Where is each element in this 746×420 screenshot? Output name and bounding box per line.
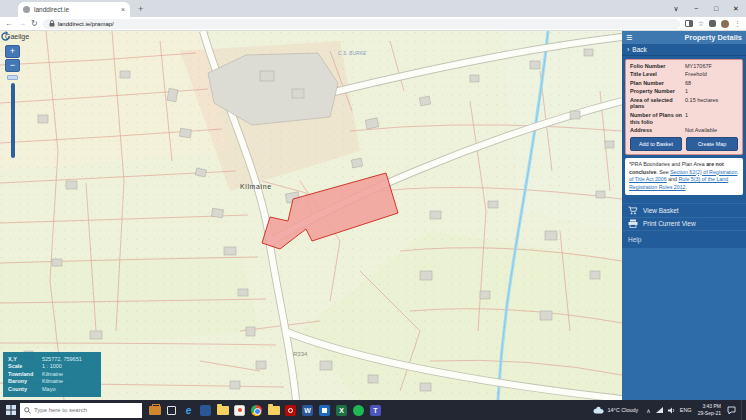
map-canvas[interactable]: Kilmaine R334 C.S. BURKE Gaeilge + − X,Y…: [0, 31, 622, 400]
info-row: Barony Kilmaine: [8, 378, 96, 384]
clock-time: 3:43 PM: [698, 403, 721, 410]
refresh-icon[interactable]: [0, 31, 11, 42]
app-window-icon[interactable]: [231, 400, 248, 420]
start-button[interactable]: [2, 400, 20, 420]
cloud-icon: [593, 406, 604, 414]
map-info-box: X,Y 525772, 759651 Scale 1 : 1000 Townla…: [3, 352, 101, 398]
spotify-icon[interactable]: [350, 400, 367, 420]
site-favicon: [23, 6, 30, 13]
detail-row: Folio Number MY17067F: [630, 63, 738, 70]
info-row: Townland Kilmaine: [8, 371, 96, 377]
extension-icon[interactable]: [709, 20, 716, 27]
action-center-icon[interactable]: [727, 406, 736, 415]
browser-tab-strip: landdirect.ie × + ∨ − □ ✕: [0, 0, 746, 17]
search-input[interactable]: [34, 407, 124, 413]
folder-icon[interactable]: [265, 400, 282, 420]
teams-icon[interactable]: T: [367, 400, 384, 420]
file-explorer-icon[interactable]: [214, 400, 231, 420]
maximize-button[interactable]: □: [706, 0, 726, 17]
briefcase-icon[interactable]: [146, 400, 163, 420]
disclaimer-box: *PRA Boundaries and Plan Area are not co…: [625, 158, 743, 195]
map-svg: Kilmaine R334 C.S. BURKE: [0, 31, 622, 400]
internet-explorer-icon[interactable]: e: [180, 400, 197, 420]
clock-date: 29-Sep-21: [698, 410, 721, 417]
zoom-out-button[interactable]: −: [5, 59, 20, 72]
windows-taskbar: e W X T 14°C Cloudy ∧ ENG 3:43 PM 29-Sep…: [0, 400, 746, 420]
zoom-slider-track[interactable]: [11, 83, 15, 158]
detail-row: Area of selected plans 0.15 hectares: [630, 97, 738, 111]
ms-app-icon[interactable]: [316, 400, 333, 420]
info-row: X,Y 525772, 759651: [8, 356, 96, 362]
help-link[interactable]: Help: [622, 231, 746, 248]
detail-row: Title Level Freehold: [630, 71, 738, 78]
detail-row: Plan Number 68: [630, 80, 738, 87]
windows-logo-icon: [6, 405, 16, 415]
panel-title: Property Details: [632, 33, 742, 42]
tray-expand-icon[interactable]: ∧: [646, 407, 650, 414]
network-icon[interactable]: [656, 407, 663, 413]
side-panel-icon[interactable]: [685, 20, 693, 27]
back-button[interactable]: › Back: [622, 44, 746, 56]
zoom-slider-handle[interactable]: [7, 75, 18, 80]
url-text: landdirect.ie/pramap/: [58, 21, 114, 27]
zoom-controls: + −: [5, 45, 20, 72]
create-map-button[interactable]: Create Map: [686, 137, 738, 151]
info-row: County Mayo: [8, 386, 96, 392]
weather-text: 14°C Cloudy: [607, 407, 638, 413]
area-label: C.S. BURKE: [338, 50, 367, 56]
address-bar[interactable]: landdirect.ie/pramap/: [43, 19, 680, 29]
task-view-icon[interactable]: [163, 400, 180, 420]
close-button[interactable]: ✕: [726, 0, 746, 17]
taskbar-search[interactable]: [20, 403, 142, 418]
cart-icon: [628, 206, 638, 215]
print-current-view-item[interactable]: Print Current View: [622, 217, 746, 231]
tab-close-icon[interactable]: ×: [121, 6, 125, 13]
minimize-button[interactable]: −: [686, 0, 706, 17]
detail-row: Number of Plans on this folio 1: [630, 112, 738, 126]
word-icon[interactable]: W: [299, 400, 316, 420]
system-tray: 14°C Cloudy ∧ ENG 3:43 PM 29-Sep-21: [593, 400, 744, 420]
tab-title: landdirect.ie: [34, 6, 117, 13]
detail-row: Address Not Available: [630, 127, 738, 134]
show-desktop-button[interactable]: [741, 400, 744, 420]
road-label: R334: [293, 351, 308, 357]
new-tab-button[interactable]: +: [138, 4, 143, 14]
adobe-acrobat-icon[interactable]: [282, 400, 299, 420]
language-indicator[interactable]: ENG: [680, 407, 692, 413]
forward-icon[interactable]: →: [18, 20, 26, 28]
property-details-panel: ☰ Property Details › Back Folio Number M…: [622, 31, 746, 400]
page-content: Kilmaine R334 C.S. BURKE Gaeilge + − X,Y…: [0, 31, 746, 400]
town-label: Kilmaine: [240, 183, 272, 190]
panel-menu: View Basket Print Current View: [622, 203, 746, 231]
property-summary-box: Folio Number MY17067F Title Level Freeho…: [625, 59, 743, 155]
zoom-in-button[interactable]: +: [5, 45, 20, 58]
lock-icon: [49, 20, 55, 27]
browser-tab[interactable]: landdirect.ie ×: [18, 2, 130, 17]
volume-icon[interactable]: [668, 407, 675, 414]
reload-icon[interactable]: ↻: [31, 20, 38, 28]
window-controls: ∨ − □ ✕: [666, 0, 746, 17]
bookmark-star-icon[interactable]: ☆: [698, 20, 704, 27]
detail-row: Property Number 1: [630, 88, 738, 95]
taskbar-clock[interactable]: 3:43 PM 29-Sep-21: [698, 403, 721, 417]
chrome-icon[interactable]: [248, 400, 265, 420]
back-chevron-icon: ›: [627, 46, 629, 53]
weather-widget[interactable]: 14°C Cloudy: [593, 406, 638, 414]
profile-avatar[interactable]: [721, 20, 729, 28]
browser-toolbar: ← → ↻ landdirect.ie/pramap/ ☆ ⋮: [0, 17, 746, 31]
browser-menu-icon[interactable]: ⋮: [734, 20, 741, 27]
excel-icon[interactable]: X: [333, 400, 350, 420]
search-icon: [24, 407, 31, 414]
add-to-basket-button[interactable]: Add to Basket: [630, 137, 682, 151]
info-row: Scale 1 : 1000: [8, 363, 96, 369]
view-basket-item[interactable]: View Basket: [622, 203, 746, 217]
panel-empty-area: [622, 248, 746, 400]
photos-app-icon[interactable]: [197, 400, 214, 420]
back-icon[interactable]: ←: [5, 20, 13, 28]
printer-icon: [628, 219, 638, 228]
tab-search-icon[interactable]: ∨: [666, 0, 686, 17]
panel-header: ☰ Property Details: [622, 31, 746, 44]
